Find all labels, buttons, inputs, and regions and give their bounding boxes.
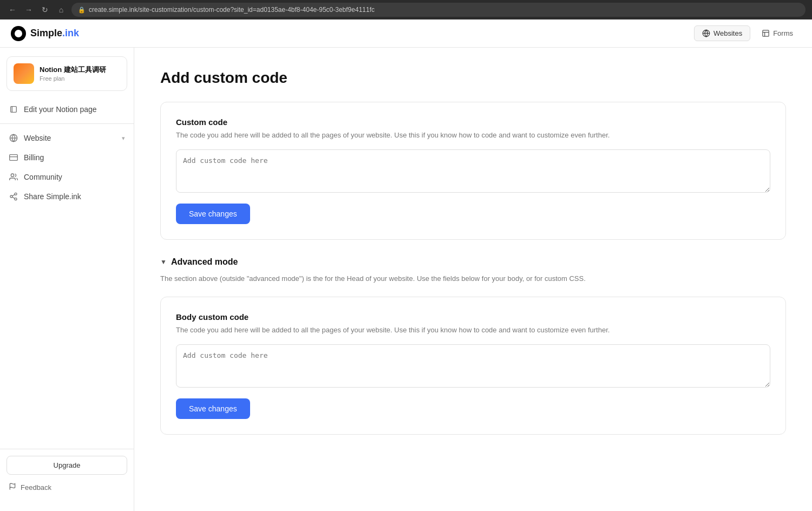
sidebar-divider (0, 123, 134, 124)
custom-code-card: Custom code The code you add here will b… (160, 102, 786, 240)
site-plan: Free plan (40, 75, 120, 82)
sidebar-spacer (0, 206, 134, 449)
svg-point-12 (15, 193, 17, 195)
body-code-textarea[interactable] (176, 344, 770, 388)
svg-rect-2 (763, 30, 769, 36)
lock-icon: 🔒 (78, 6, 86, 14)
top-nav: Simple.ink Websites Forms (0, 19, 812, 48)
feedback-icon (9, 483, 16, 492)
custom-code-desc: The code you add here will be added to a… (176, 130, 770, 141)
site-avatar (14, 63, 34, 84)
body-custom-code-card: Body custom code The code you add here w… (160, 297, 786, 435)
custom-code-textarea[interactable] (176, 149, 770, 193)
share-label: Share Simple.ink (24, 192, 125, 201)
browser-chrome: ← → ↻ ⌂ 🔒 create.simple.ink/site-customi… (0, 0, 812, 19)
svg-point-14 (15, 198, 17, 200)
advanced-mode-label: Advanced mode (171, 257, 238, 267)
feedback-label: Feedback (21, 483, 51, 492)
upgrade-button[interactable]: Upgrade (6, 456, 127, 475)
svg-line-16 (12, 194, 15, 196)
globe-icon (702, 29, 710, 37)
svg-point-11 (11, 174, 14, 176)
main-area: Notion 建站工具调研 Free plan Edit your Notion… (0, 48, 812, 511)
svg-rect-9 (10, 155, 18, 161)
custom-code-title: Custom code (176, 117, 770, 127)
nav-right: Websites Forms (694, 25, 801, 41)
save-changes-button-2[interactable]: Save changes (176, 398, 250, 419)
advanced-mode-section: ▼ Advanced mode The section above (outsi… (160, 257, 786, 435)
feedback-item[interactable]: Feedback (6, 479, 127, 496)
home-button[interactable]: ⌂ (55, 4, 67, 16)
address-bar[interactable]: 🔒 create.simple.ink/site-customization/c… (71, 3, 806, 17)
sidebar-bottom: Upgrade Feedback (0, 449, 134, 502)
edit-notion-label: Edit your Notion page (24, 105, 125, 114)
back-button[interactable]: ← (6, 4, 18, 16)
page-title: Add custom code (160, 69, 786, 87)
sidebar-item-billing[interactable]: Billing (0, 148, 134, 167)
svg-rect-5 (11, 107, 17, 113)
site-info: Notion 建站工具调研 Free plan (40, 65, 120, 82)
site-name: Notion 建站工具调研 (40, 65, 120, 75)
website-icon (9, 133, 18, 143)
billing-label: Billing (24, 153, 125, 162)
sidebar-item-share[interactable]: Share Simple.ink (0, 187, 134, 206)
advanced-mode-desc: The section above (outside "advanced mod… (160, 273, 786, 284)
save-changes-button-1[interactable]: Save changes (176, 204, 250, 224)
triangle-icon: ▼ (160, 258, 167, 266)
notion-icon (9, 104, 18, 114)
sidebar: Notion 建站工具调研 Free plan Edit your Notion… (0, 48, 134, 511)
websites-button[interactable]: Websites (694, 25, 750, 41)
sidebar-item-edit-notion[interactable]: Edit your Notion page (0, 100, 134, 119)
logo-icon (11, 26, 26, 41)
reload-button[interactable]: ↻ (39, 4, 51, 16)
chevron-down-icon: ▾ (122, 135, 125, 142)
sidebar-item-community[interactable]: Community (0, 167, 134, 187)
app-container: Simple.ink Websites Forms Notion 建站工具调研 … (0, 19, 812, 511)
community-icon (9, 172, 18, 182)
sidebar-item-website[interactable]: Website ▾ (0, 128, 134, 148)
billing-icon (9, 153, 18, 162)
advanced-mode-toggle[interactable]: ▼ Advanced mode (160, 257, 786, 267)
logo-inner (15, 30, 22, 37)
forward-button[interactable]: → (23, 4, 35, 16)
url-text: create.simple.ink/site-customization/cus… (89, 6, 375, 14)
content-area: Add custom code Custom code The code you… (134, 48, 812, 511)
share-icon (9, 192, 18, 201)
body-code-title: Body custom code (176, 312, 770, 322)
forms-button[interactable]: Forms (754, 25, 801, 41)
site-card[interactable]: Notion 建站工具调研 Free plan (6, 56, 127, 91)
website-label: Website (24, 134, 116, 142)
svg-line-15 (12, 197, 15, 199)
forms-icon (762, 29, 770, 37)
svg-point-13 (10, 195, 12, 198)
body-code-desc: The code you add here will be added to a… (176, 325, 770, 336)
logo-text: Simple.ink (30, 28, 79, 39)
logo: Simple.ink (11, 26, 79, 41)
community-label: Community (24, 173, 125, 181)
